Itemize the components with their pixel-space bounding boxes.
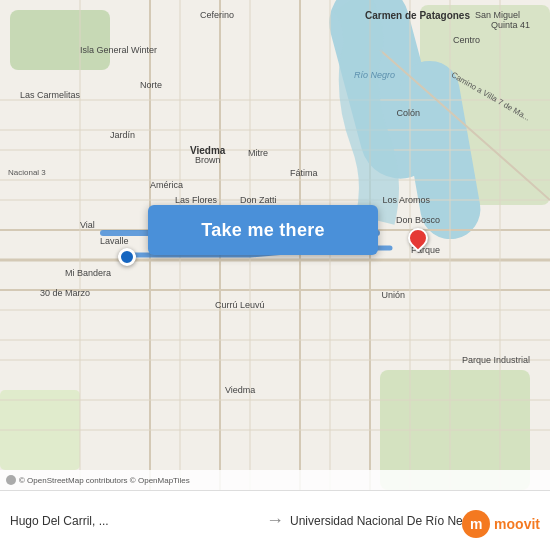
moovit-brand-text: moovit [494,516,540,532]
map-container[interactable]: Carmen de Patagones Viedma Río Negro Nor… [0,0,550,490]
destination-marker [408,228,428,254]
arrow-container: → [260,506,290,536]
svg-line-24 [380,50,550,200]
origin-name: Hugo Del Carril, ... [10,514,260,528]
origin-info: Hugo Del Carril, ... [10,514,260,528]
app-container: Carmen de Patagones Viedma Río Negro Nor… [0,0,550,550]
bottom-bar: Hugo Del Carril, ... → Universidad Nacio… [0,490,550,550]
origin-marker [118,248,136,266]
moovit-logo: m moovit [462,510,540,538]
moovit-icon: m [462,510,490,538]
take-me-there-button[interactable]: Take me there [148,205,378,255]
attribution-bar: © OpenStreetMap contributors © OpenMapTi… [0,470,550,490]
direction-arrow-icon: → [266,510,284,531]
